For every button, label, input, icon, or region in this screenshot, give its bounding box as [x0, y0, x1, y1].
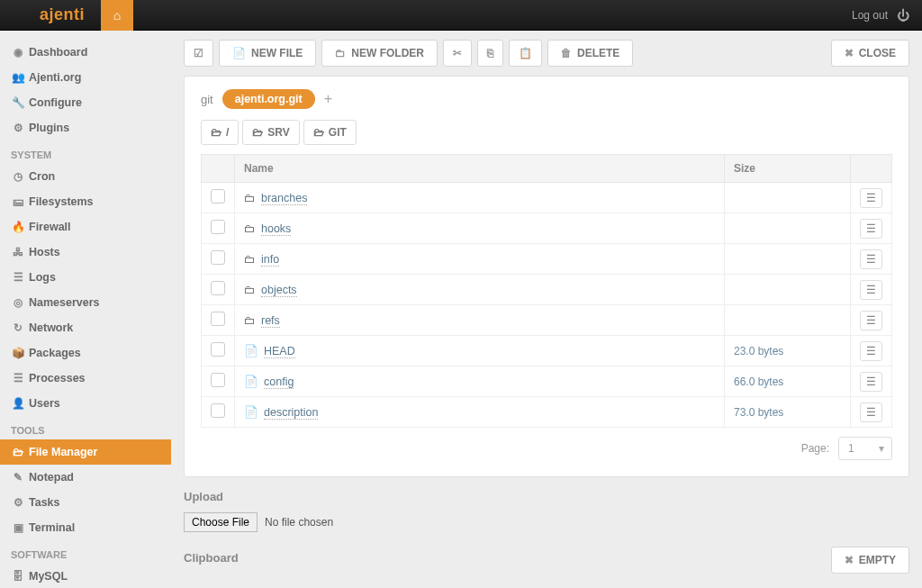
table-row: 📄HEAD23.0 bytes☰	[202, 336, 892, 366]
sidebar-item-ajenti-org[interactable]: 👥Ajenti.org	[0, 65, 171, 90]
file-link[interactable]: refs	[261, 314, 280, 328]
empty-icon: ✖	[845, 554, 854, 566]
empty-clipboard-button[interactable]: ✖EMPTY	[831, 547, 909, 574]
path-segment[interactable]: 🗁SRV	[242, 120, 299, 145]
sidebar-cat-system: SYSTEM	[0, 140, 171, 164]
paste-button[interactable]: 📋	[509, 40, 542, 67]
row-checkbox[interactable]	[211, 312, 225, 326]
row-checkbox[interactable]	[211, 220, 225, 234]
file-panel: git ajenti.org.git + 🗁/🗁SRV🗁GIT Name Siz…	[184, 76, 909, 477]
file-size	[725, 244, 851, 275]
sidebar-item-configure[interactable]: 🔧Configure	[0, 90, 171, 115]
file-link[interactable]: info	[261, 253, 279, 267]
close-button[interactable]: ✖CLOSE	[831, 40, 909, 67]
col-name: Name	[235, 155, 725, 183]
sidebar-item-dashboard[interactable]: ◉Dashboard	[0, 40, 171, 65]
table-row: 🗀refs☰	[202, 305, 892, 336]
path-segment[interactable]: 🗁GIT	[303, 120, 357, 145]
sidebar-item-cron[interactable]: ◷Cron	[0, 164, 171, 189]
sidebar-item-file-manager[interactable]: 🗁File Manager	[0, 439, 171, 465]
sidebar-item-label: Nameservers	[29, 296, 100, 309]
select-all-button[interactable]: ☑	[184, 40, 213, 67]
folder-open-icon: 🗁	[252, 126, 263, 139]
sidebar-item-packages[interactable]: 📦Packages	[0, 340, 171, 366]
row-menu-button[interactable]: ☰	[860, 403, 882, 422]
table-row: 🗀info☰	[202, 244, 892, 275]
sidebar-icon: 🔥	[11, 221, 25, 233]
file-link[interactable]: description	[264, 406, 318, 420]
sidebar-item-network[interactable]: ↻Network	[0, 315, 171, 340]
row-checkbox[interactable]	[211, 373, 225, 387]
sidebar-icon: 👥	[11, 71, 25, 84]
row-menu-button[interactable]: ☰	[860, 249, 882, 269]
sidebar-item-notepad[interactable]: ✎Notepad	[0, 465, 171, 490]
folder-icon: 🗀	[244, 314, 256, 327]
sidebar-icon: ◉	[11, 46, 25, 59]
sidebar-item-filesystems[interactable]: 🖴Filesystems	[0, 189, 171, 214]
file-table: Name Size 🗀branches☰🗀hooks☰🗀info☰🗀object…	[201, 154, 892, 428]
row-checkbox[interactable]	[211, 250, 225, 265]
sidebar-item-label: Hosts	[29, 246, 60, 258]
file-link[interactable]: objects	[261, 284, 297, 297]
choose-file-button[interactable]: Choose File	[184, 512, 258, 532]
sidebar-item-terminal[interactable]: ▣Terminal	[0, 515, 171, 540]
sidebar-item-label: Notepad	[29, 471, 74, 484]
row-menu-button[interactable]: ☰	[860, 341, 882, 361]
sidebar-item-label: Terminal	[29, 521, 75, 534]
folder-open-icon: 🗁	[313, 126, 324, 139]
sidebar-icon: ⚙	[11, 122, 25, 134]
file-link[interactable]: branches	[261, 192, 307, 205]
breadcrumb-add[interactable]: +	[324, 91, 332, 107]
pager-select[interactable]: 1	[838, 437, 892, 460]
home-button[interactable]: ⌂	[101, 0, 133, 31]
sidebar-item-mysql[interactable]: 🗄MySQL	[0, 564, 171, 588]
delete-button[interactable]: 🗑DELETE	[547, 40, 633, 67]
sidebar-item-tasks[interactable]: ⚙Tasks	[0, 490, 171, 515]
row-checkbox[interactable]	[211, 403, 225, 418]
pager-label: Page:	[801, 442, 829, 455]
sidebar-item-label: Users	[29, 397, 60, 410]
sidebar-icon: 🗁	[11, 446, 25, 458]
row-menu-button[interactable]: ☰	[860, 188, 882, 208]
row-checkbox[interactable]	[211, 281, 225, 295]
sidebar-item-logs[interactable]: ☰Logs	[0, 265, 171, 290]
logout-link[interactable]: Log out	[852, 9, 888, 22]
close-icon: ✖	[845, 47, 854, 59]
sidebar-icon: 🔧	[11, 96, 25, 109]
sidebar-item-hosts[interactable]: 🖧Hosts	[0, 240, 171, 265]
file-link[interactable]: HEAD	[264, 345, 295, 358]
paste-icon: 📋	[519, 47, 532, 59]
sidebar-cat-tools: TOOLS	[0, 416, 171, 439]
sidebar-icon: ▣	[11, 521, 25, 534]
breadcrumb-current[interactable]: ajenti.org.git	[222, 89, 315, 109]
file-link[interactable]: config	[264, 375, 294, 389]
row-menu-button[interactable]: ☰	[860, 311, 882, 330]
power-icon[interactable]: ⏻	[897, 8, 909, 23]
sidebar-item-users[interactable]: 👤Users	[0, 391, 171, 416]
file-link[interactable]: hooks	[261, 222, 291, 236]
row-checkbox[interactable]	[211, 342, 225, 357]
table-row: 📄config66.0 bytes☰	[202, 366, 892, 397]
row-checkbox[interactable]	[211, 189, 225, 204]
row-menu-button[interactable]: ☰	[860, 372, 882, 392]
sidebar-item-nameservers[interactable]: ◎Nameservers	[0, 290, 171, 315]
row-menu-button[interactable]: ☰	[860, 280, 882, 300]
sidebar-item-firewall[interactable]: 🔥Firewall	[0, 214, 171, 240]
breadcrumb-root[interactable]: git	[201, 93, 213, 106]
sidebar-icon: 🖴	[11, 195, 25, 208]
folder-icon: 🗀	[335, 47, 346, 59]
new-file-button[interactable]: 📄NEW FILE	[219, 40, 316, 67]
new-folder-button[interactable]: 🗀NEW FOLDER	[321, 40, 438, 67]
file-size	[725, 183, 851, 213]
path-segment[interactable]: 🗁/	[201, 120, 239, 145]
sidebar-item-processes[interactable]: ☰Processes	[0, 366, 171, 391]
folder-icon: 🗀	[244, 284, 256, 296]
sidebar: ◉Dashboard👥Ajenti.org🔧Configure⚙Plugins …	[0, 31, 171, 588]
sidebar-item-plugins[interactable]: ⚙Plugins	[0, 115, 171, 140]
row-menu-button[interactable]: ☰	[860, 219, 882, 239]
cut-button[interactable]: ✂	[443, 40, 472, 67]
copy-button[interactable]: ⎘	[477, 40, 503, 67]
col-size: Size	[725, 155, 851, 183]
clipboard-heading: Clipboard	[184, 551, 239, 565]
file-size	[725, 305, 851, 336]
